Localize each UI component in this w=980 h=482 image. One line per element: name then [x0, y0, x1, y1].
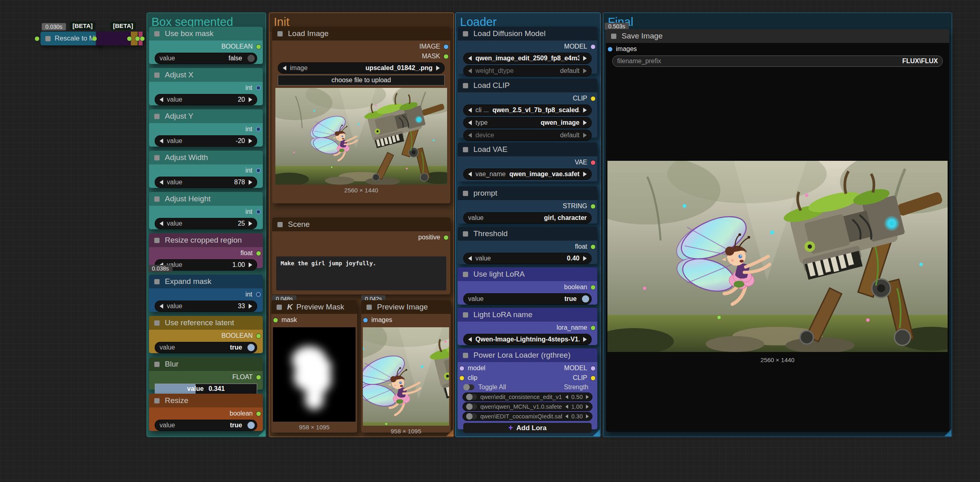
toggle-knob[interactable] [247, 55, 255, 62]
output-port-float[interactable] [256, 375, 261, 380]
collapse-toggle[interactable] [45, 36, 51, 41]
node-header[interactable]: prompt [458, 186, 597, 200]
increment-arrow-icon[interactable] [249, 139, 252, 143]
vae-name-widget[interactable]: vae_name qwen_image_vae.safetensors [463, 168, 592, 180]
node-header[interactable]: Resize [149, 394, 263, 407]
collapse-toggle[interactable] [154, 398, 160, 403]
previous-arrow-icon[interactable] [468, 133, 472, 138]
node-header[interactable]: Adjust X [149, 68, 263, 82]
node-header[interactable]: Load Image [272, 27, 450, 41]
next-arrow-icon[interactable] [583, 172, 587, 177]
number-widget[interactable]: value -20 [155, 135, 257, 147]
collapse-toggle[interactable] [154, 279, 160, 284]
collapse-toggle[interactable] [611, 34, 616, 39]
model-combo-widget[interactable]: qwen_image_edit_2509_fp8_e4m3fn.safete .… [463, 53, 592, 64]
node-header[interactable]: Resize cropped region [149, 233, 263, 247]
collapse-toggle[interactable] [463, 231, 468, 237]
next-arrow-icon[interactable] [436, 66, 440, 70]
increment-arrow-icon[interactable] [249, 304, 252, 309]
node-header[interactable]: Blur [149, 357, 263, 371]
node-preview-image[interactable]: Preview Image images 958 × 1095 [361, 300, 451, 433]
node-header[interactable]: Use light LoRA [458, 267, 597, 281]
lora-toggle-switch[interactable] [466, 404, 477, 409]
previous-arrow-icon[interactable] [468, 337, 472, 342]
toggle-knob[interactable] [247, 422, 255, 429]
output-port-int[interactable] [256, 85, 261, 90]
node-header[interactable]: Load CLIP [458, 79, 597, 92]
clip-name-widget[interactable]: cli ... qwen_2.5_vl_7b_fp8_scaled.safete… [463, 105, 592, 116]
lora-row[interactable]: qwen\qwen_MCNL_v1.0.safetensors 1.00 [462, 402, 592, 411]
output-port[interactable] [127, 36, 132, 41]
toggle-knob[interactable] [247, 344, 255, 351]
output-port[interactable] [140, 36, 145, 41]
node-adjust-y[interactable]: Adjust Y int value -20 [149, 109, 263, 147]
collapse-toggle[interactable] [277, 222, 283, 227]
boolean-toggle-widget[interactable]: value true [155, 342, 257, 353]
node-header[interactable]: Power Lora Loader (rgthree) [458, 348, 597, 362]
output-port-boolean[interactable] [591, 285, 595, 290]
node-save-image[interactable]: Save Image images filename_prefix FLUX\F… [606, 29, 949, 432]
next-arrow-icon[interactable] [583, 56, 587, 61]
collapse-toggle[interactable] [154, 238, 160, 243]
node-header[interactable]: Threshold [458, 227, 597, 241]
collapse-toggle[interactable] [463, 31, 468, 36]
collapse-toggle[interactable] [463, 312, 468, 318]
collapse-toggle[interactable] [463, 353, 468, 358]
output-port-int[interactable] [256, 127, 261, 132]
increment-arrow-icon[interactable] [249, 262, 252, 267]
node-header[interactable]: Adjust Height [149, 192, 263, 206]
output-port-vae[interactable] [591, 160, 595, 165]
collapse-toggle[interactable] [154, 362, 160, 367]
output-port[interactable] [135, 36, 140, 41]
previous-arrow-icon[interactable] [468, 108, 472, 113]
node-header[interactable]: Expand mask [149, 275, 263, 288]
node-header[interactable]: Use box mask [149, 27, 263, 41]
increment-arrow-icon[interactable] [249, 97, 252, 102]
previous-arrow-icon[interactable] [468, 120, 472, 125]
node-use-light-lora[interactable]: Use light LoRA boolean value true [458, 267, 597, 305]
number-widget[interactable]: value 25 [155, 218, 257, 229]
decrement-arrow-icon[interactable] [160, 304, 163, 309]
collapse-toggle[interactable] [366, 305, 372, 310]
collapse-toggle[interactable] [154, 31, 160, 36]
collapse-toggle[interactable] [277, 305, 282, 310]
increment-arrow-icon[interactable] [586, 395, 589, 399]
node-header[interactable]: Preview Image [361, 300, 451, 314]
lora-row[interactable]: qwen\EDIT_cocoamixQIedit.safetens... 0.3… [462, 412, 592, 421]
next-arrow-icon[interactable] [583, 133, 587, 138]
node-load-diffusion-model[interactable]: Load Diffusion Model MODEL qwen_image_ed… [458, 27, 597, 74]
input-port[interactable] [35, 36, 39, 41]
output-port-model[interactable] [591, 45, 595, 49]
choose-file-button[interactable]: choose file to upload [278, 75, 445, 85]
node-blur[interactable]: Blur FLOAT value 0.341 [149, 357, 263, 390]
node-header[interactable]: Save Image [606, 29, 949, 43]
number-widget[interactable]: value 878 [155, 177, 257, 188]
node-resize-cropped-region[interactable]: Resize cropped region float value 1.00 [149, 233, 263, 268]
increment-arrow-icon[interactable] [249, 221, 252, 226]
increment-arrow-icon[interactable] [583, 256, 587, 261]
decrement-arrow-icon[interactable] [565, 395, 568, 399]
output-port-lora-name[interactable] [591, 326, 595, 330]
node-adjust-width[interactable]: Adjust Width int value 878 [149, 151, 263, 188]
collapse-toggle[interactable] [154, 114, 160, 119]
output-port-clip[interactable] [591, 376, 595, 380]
node-prompt[interactable]: prompt STRING value girl, character [458, 186, 597, 224]
output-port-string[interactable] [591, 204, 595, 209]
node-header[interactable]: Adjust Y [149, 109, 263, 123]
node-use-reference-latent[interactable]: Use reference latent BOOLEAN value true [149, 316, 263, 353]
rescale-to-mp-node[interactable]: Rescale to MP [40, 32, 101, 45]
decrement-arrow-icon[interactable] [565, 405, 568, 409]
output-port-image[interactable] [444, 45, 448, 49]
decrement-arrow-icon[interactable] [160, 180, 163, 185]
blur-slider[interactable]: value 0.341 [155, 384, 257, 394]
decrement-arrow-icon[interactable] [160, 97, 163, 102]
next-arrow-icon[interactable] [583, 120, 587, 125]
number-widget[interactable]: value 33 [155, 301, 257, 312]
output-port-mask[interactable] [444, 54, 448, 59]
node-scene[interactable]: Scene positive Make the girl jump joyful… [272, 218, 450, 294]
image-combo-widget[interactable]: image upscaled_01842_.png [278, 62, 445, 74]
node-load-vae[interactable]: Load VAE VAE vae_name qwen_image_vae.saf… [458, 143, 597, 181]
group-resize-handle[interactable] [593, 429, 600, 436]
collapse-toggle[interactable] [154, 73, 160, 78]
collapse-toggle[interactable] [463, 272, 468, 277]
